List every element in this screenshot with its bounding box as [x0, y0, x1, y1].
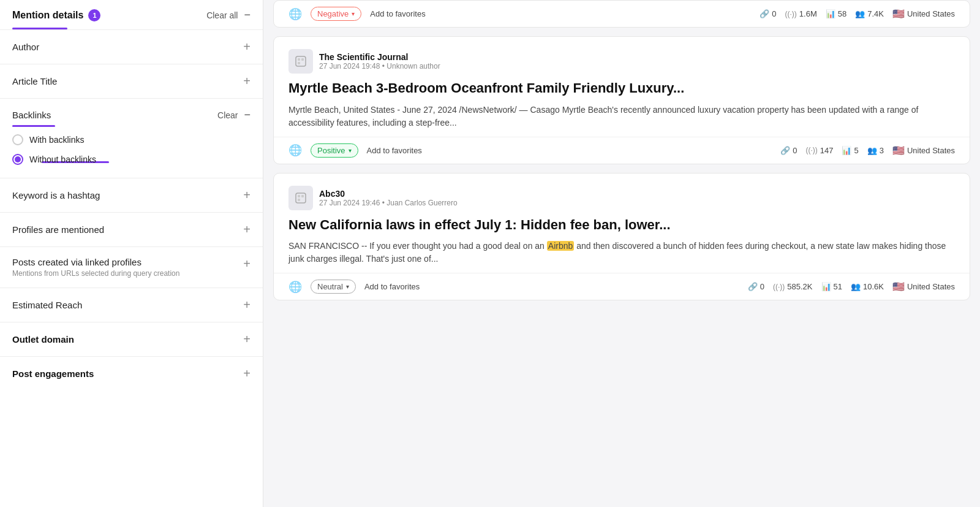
posts-linked-content: Posts created via linked profiles Mentio… — [12, 257, 179, 278]
stat-score-val-2: 51 — [834, 282, 842, 291]
stat-shares-2: 👥 10.6K — [851, 282, 884, 291]
sidebar-item-estimated-reach[interactable]: Estimated Reach + — [0, 288, 263, 322]
without-backlinks-radio-fill — [15, 156, 21, 162]
outlet-domain-expand-icon[interactable]: + — [243, 332, 251, 346]
backlinks-header: Backlinks Clear − — [0, 99, 263, 124]
broadcast-icon-2: ((·)) — [773, 283, 785, 291]
main-content: 🌐 Negative ▾ Add to favorites 🔗 0 ((·)) … — [263, 0, 980, 507]
svg-rect-4 — [296, 193, 306, 203]
card-myrtle-source-row: The Scientific Journal 27 Jun 2024 19:48… — [288, 49, 955, 74]
chart-icon-1: 📊 — [842, 146, 851, 155]
sidebar-item-article-title[interactable]: Article Title + — [0, 64, 263, 98]
sentiment-negative-label: Negative — [317, 9, 349, 18]
card-myrtle-author: Unknown author — [386, 62, 440, 71]
stat-score-0: 📊 58 — [826, 9, 846, 18]
card-myrtle-body: The Scientific Journal 27 Jun 2024 19:48… — [274, 37, 970, 137]
estimated-reach-expand-icon[interactable]: + — [243, 298, 251, 312]
stat-links-val-2: 0 — [760, 282, 764, 291]
link-icon-2: 🔗 — [748, 282, 758, 291]
country-label-0: United States — [907, 9, 955, 18]
add-favorites-button-2[interactable]: Add to favorites — [364, 282, 420, 291]
stat-score-2: 📊 51 — [821, 282, 842, 291]
country-0: 🇺🇸 United States — [892, 8, 955, 20]
add-favorites-button-0[interactable]: Add to favorites — [370, 9, 425, 18]
collapse-icon[interactable]: − — [244, 9, 251, 21]
without-backlinks-radio[interactable] — [12, 154, 23, 165]
backlinks-clear-button[interactable]: Clear — [217, 110, 238, 120]
sidebar-item-author[interactable]: Author + — [0, 29, 263, 64]
author-label: Author — [12, 42, 39, 52]
stat-score-val-0: 58 — [838, 9, 846, 18]
backlinks-header-left: Backlinks — [12, 110, 51, 120]
link-icon-0: 🔗 — [760, 9, 769, 18]
card-california-source-meta: 27 Jun 2024 19:46 • Juan Carlos Guerrero — [319, 199, 458, 207]
sidebar-header-left: Mention details 1 — [12, 9, 100, 21]
without-backlinks-option[interactable]: Without backlinks — [12, 154, 251, 165]
svg-rect-3 — [298, 62, 300, 64]
card-myrtle-footer: 🌐 Positive ▾ Add to favorites 🔗 0 ((·)) … — [274, 137, 970, 164]
stat-score-1: 📊 5 — [842, 146, 858, 155]
article-title-expand-icon[interactable]: + — [243, 74, 251, 88]
broadcast-icon-1: ((·)) — [805, 146, 817, 154]
stat-shares-1: 👥 3 — [867, 146, 884, 155]
clear-all-button[interactable]: Clear all — [206, 10, 238, 20]
with-backlinks-radio[interactable] — [12, 134, 23, 145]
post-engagements-expand-icon[interactable]: + — [243, 367, 251, 381]
users-icon-0: 👥 — [855, 9, 865, 18]
stat-reach-val-1: 147 — [820, 146, 834, 155]
stat-score-val-1: 5 — [854, 146, 858, 155]
broadcast-icon-0: ((·)) — [785, 10, 797, 18]
svg-rect-5 — [298, 195, 300, 197]
sentiment-neutral-label: Neutral — [317, 282, 343, 291]
profiles-mentioned-label: Profiles are mentioned — [12, 224, 104, 235]
card-california-source-row: Abc30 27 Jun 2024 19:46 • Juan Carlos Gu… — [288, 186, 955, 210]
backlinks-collapse-icon[interactable]: − — [244, 109, 251, 121]
card-california-globe-icon: 🌐 — [288, 280, 302, 294]
card-california-author: Juan Carlos Guerrero — [386, 199, 457, 207]
without-backlinks-label: Without backlinks — [29, 154, 96, 164]
sidebar-item-post-engagements[interactable]: Post engagements + — [0, 356, 263, 391]
backlinks-controls: Clear − — [217, 109, 251, 121]
stat-reach-val-0: 1.6M — [799, 9, 817, 18]
with-backlinks-option[interactable]: With backlinks — [12, 134, 251, 145]
backlinks-radio-group: With backlinks Without backlinks — [0, 127, 263, 178]
sidebar-header: Mention details 1 Clear all − — [0, 0, 263, 26]
sentiment-positive-chevron: ▾ — [349, 147, 352, 154]
users-icon-2: 👥 — [851, 282, 861, 291]
add-favorites-button-1[interactable]: Add to favorites — [367, 146, 422, 155]
without-backlinks-wrapper: Without backlinks — [12, 154, 251, 168]
author-expand-icon[interactable]: + — [243, 40, 251, 54]
card-myrtle-source-meta: 27 Jun 2024 19:48 • Unknown author — [319, 62, 440, 71]
sentiment-negative-badge[interactable]: Negative ▾ — [311, 7, 361, 21]
card-top-footer: 🌐 Negative ▾ Add to favorites 🔗 0 ((·)) … — [273, 0, 970, 28]
card-california-body: Abc30 27 Jun 2024 19:46 • Juan Carlos Gu… — [274, 173, 970, 273]
card-myrtle-title[interactable]: Myrtle Beach 3-Bedroom Oceanfront Family… — [288, 80, 955, 97]
sentiment-neutral-badge[interactable]: Neutral ▾ — [311, 280, 356, 294]
users-icon-1: 👥 — [867, 146, 877, 155]
card-myrtle-desc: Myrtle Beach, United States - June 27, 2… — [288, 104, 955, 129]
flag-1: 🇺🇸 — [892, 145, 905, 156]
sidebar-item-profiles-mentioned[interactable]: Profiles are mentioned + — [0, 212, 263, 246]
country-1: 🇺🇸 United States — [892, 145, 955, 156]
card-california-desc-before: SAN FRANCISCO -- If you ever thought you… — [288, 241, 547, 251]
card-myrtle: The Scientific Journal 27 Jun 2024 19:48… — [273, 36, 970, 164]
keyword-hashtag-expand-icon[interactable]: + — [243, 188, 251, 202]
posts-linked-expand-icon[interactable]: + — [243, 257, 251, 271]
sidebar-item-keyword-hashtag[interactable]: Keyword is a hashtag + — [0, 178, 263, 212]
svg-rect-0 — [296, 56, 306, 66]
sentiment-positive-label: Positive — [317, 146, 345, 155]
stat-reach-val-2: 585.2K — [787, 282, 812, 291]
profiles-mentioned-expand-icon[interactable]: + — [243, 223, 251, 237]
card-california-footer: 🌐 Neutral ▾ Add to favorites 🔗 0 ((·)) 5… — [274, 273, 970, 300]
sidebar-item-outlet-domain[interactable]: Outlet domain + — [0, 322, 263, 356]
card-california-title[interactable]: New California laws in effect July 1: Hi… — [288, 216, 955, 234]
backlinks-title: Backlinks — [12, 110, 51, 120]
link-icon-1: 🔗 — [780, 146, 790, 155]
sidebar-header-right: Clear all − — [206, 9, 251, 21]
sentiment-neutral-chevron: ▾ — [346, 283, 349, 290]
posts-linked-sub: Mentions from URLs selected during query… — [12, 269, 179, 278]
sidebar-badge: 1 — [88, 9, 100, 21]
sentiment-positive-badge[interactable]: Positive ▾ — [311, 143, 358, 158]
card-california-date: 27 Jun 2024 19:46 — [319, 199, 380, 207]
sidebar-item-posts-linked[interactable]: Posts created via linked profiles Mentio… — [0, 246, 263, 288]
